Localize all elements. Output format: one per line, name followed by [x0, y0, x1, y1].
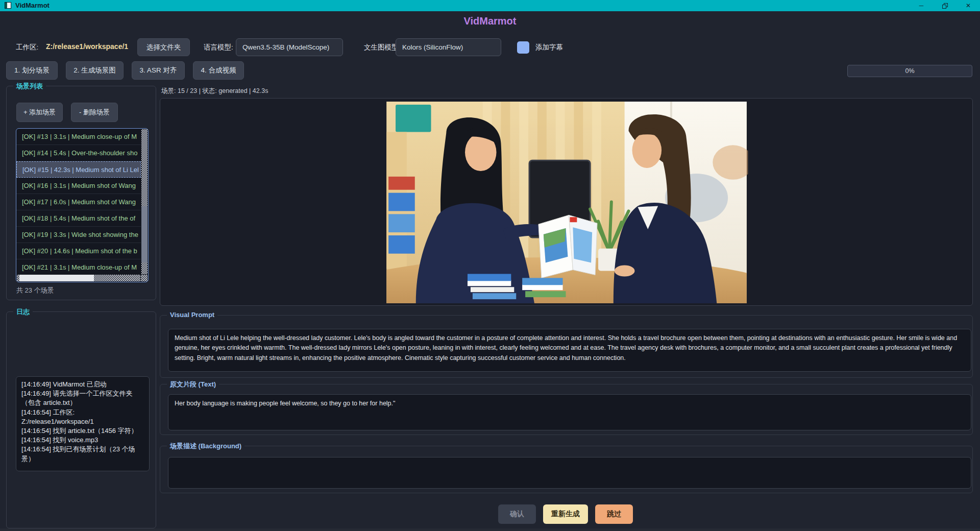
scene-list-horizontal-scrollbar[interactable]: [17, 275, 140, 281]
scene-item-label: [OK] #21 | 3.1s | Medium close-up of M: [22, 263, 137, 271]
scene-item-label: [OK] #15 | 42.3s | Medium shot of Li Lel: [22, 166, 139, 174]
page-title: VidMarmot: [0, 15, 980, 27]
log-output[interactable]: [14:16:49] VidMarmot 已启动 [14:16:49] 请先选择…: [16, 376, 150, 471]
scene-item-label: [OK] #20 | 14.6s | Medium shot of the b: [22, 247, 137, 255]
workspace-label: 工作区:: [16, 43, 38, 52]
scene-list-item[interactable]: [OK] #13 | 3.1s | Medium close-up of M: [16, 129, 141, 145]
delete-scene-button[interactable]: - 删除场景: [71, 103, 118, 122]
scene-list-item[interactable]: [OK] #14 | 5.4s | Over-the-shoulder sho: [16, 145, 141, 161]
scene-status: 场景: 15 / 23 | 状态: generated | 42.3s: [161, 87, 268, 95]
scene-image-frame: [160, 98, 973, 306]
step-asr-align-button[interactable]: 3. ASR 对齐: [132, 61, 185, 80]
scene-image: [385, 102, 748, 303]
visual-prompt-title: Visual Prompt: [167, 311, 217, 319]
workspace-path: Z:/release1/workspace/1: [46, 42, 128, 51]
background-input[interactable]: [168, 457, 971, 489]
scene-list-item[interactable]: [OK] #20 | 14.6s | Medium shot of the b: [16, 243, 141, 259]
scene-list-title: 场景列表: [13, 82, 46, 91]
close-icon: ✕: [966, 2, 971, 9]
log-panel: 日志 [14:16:49] VidMarmot 已启动 [14:16:49] 请…: [6, 311, 156, 528]
app-icon: [5, 2, 11, 9]
confirm-button[interactable]: 确认: [498, 504, 536, 524]
restore-button[interactable]: [933, 0, 957, 11]
scene-list-item[interactable]: [OK] #18 | 5.4s | Medium shot of the of: [16, 210, 141, 227]
vertical-scrollbar-thumb[interactable]: [141, 206, 148, 263]
add-subtitle-label: 添加字幕: [535, 43, 563, 52]
close-button[interactable]: ✕: [957, 0, 980, 11]
scrollbar-corner: [141, 275, 148, 281]
minimize-icon: ─: [919, 2, 924, 9]
scene-list-item[interactable]: [OK] #17 | 6.0s | Medium shot of Wang: [16, 194, 141, 210]
progress-bar: 0%: [847, 65, 972, 77]
scene-item-label: [OK] #18 | 5.4s | Medium shot of the of: [22, 214, 135, 222]
restore-icon: [942, 3, 948, 9]
choose-folder-button[interactable]: 选择文件夹: [137, 38, 190, 56]
window-controls: ─ ✕: [910, 0, 980, 11]
scene-item-label: [OK] #16 | 3.1s | Medium shot of Wang: [22, 182, 136, 189]
t2i-label: 文生图模型:: [364, 43, 400, 52]
llm-select[interactable]: Qwen3.5-35B (ModelScope): [236, 38, 343, 56]
bottom-strip: [0, 528, 980, 531]
scene-list-vertical-scrollbar[interactable]: [141, 129, 148, 274]
minimize-button[interactable]: ─: [910, 0, 933, 11]
scene-item-label: [OK] #14 | 5.4s | Over-the-shoulder sho: [22, 149, 137, 157]
window-title: VidMarmot: [15, 0, 50, 11]
scene-list-item[interactable]: [OK] #19 | 3.3s | Wide shot showing the: [16, 227, 141, 243]
app-window: VidMarmot ─ ✕ VidMarmot 工作区: Z:/release1…: [0, 0, 980, 531]
llm-label: 语言模型:: [204, 43, 233, 52]
visual-prompt-panel: Visual Prompt Medium shot of Li Lele hel…: [160, 315, 973, 378]
source-text-panel: 原文片段 (Text) Her body language is making …: [160, 384, 973, 435]
add-scene-button[interactable]: + 添加场景: [16, 103, 63, 122]
scene-list-item[interactable]: [OK] #21 | 3.1s | Medium close-up of M: [16, 259, 141, 275]
horizontal-scrollbar-thumb[interactable]: [19, 275, 94, 281]
scene-item-label: [OK] #13 | 3.1s | Medium close-up of M: [22, 133, 137, 140]
scene-list-panel: 场景列表 + 添加场景 - 删除场景 [OK] #13 | 3.1s | Med…: [6, 86, 156, 300]
source-text-title: 原文片段 (Text): [167, 380, 219, 389]
step-generate-images-button[interactable]: 2. 生成场景图: [66, 61, 124, 80]
background-panel: 场景描述 (Background): [160, 446, 973, 493]
titlebar: VidMarmot ─ ✕: [0, 0, 980, 11]
scene-list-item[interactable]: [OK] #15 | 42.3s | Medium shot of Li Lel: [16, 161, 141, 178]
visual-prompt-input[interactable]: Medium shot of Li Lele helping the well-…: [168, 329, 971, 372]
log-title: 日志: [13, 307, 33, 317]
scene-item-label: [OK] #17 | 6.0s | Medium shot of Wang: [22, 198, 136, 206]
scene-list-item[interactable]: [OK] #16 | 3.1s | Medium shot of Wang: [16, 178, 141, 194]
scene-count: 共 23 个场景: [16, 286, 54, 295]
scene-item-label: [OK] #19 | 3.3s | Wide shot showing the: [22, 231, 138, 238]
source-text-input[interactable]: Her body language is making people feel …: [168, 394, 971, 430]
background-title: 场景描述 (Background): [167, 442, 244, 451]
step-split-scenes-button[interactable]: 1. 划分场景: [6, 61, 58, 80]
add-subtitle-checkbox[interactable]: [517, 41, 529, 54]
step-compose-video-button[interactable]: 4. 合成视频: [193, 61, 244, 80]
regenerate-button[interactable]: 重新生成: [543, 504, 588, 524]
skip-button[interactable]: 跳过: [595, 504, 633, 524]
scene-list: [OK] #13 | 3.1s | Medium close-up of M […: [16, 129, 141, 275]
t2i-select[interactable]: Kolors (SiliconFlow): [396, 38, 501, 56]
scene-listbox: [OK] #13 | 3.1s | Medium close-up of M […: [16, 128, 149, 282]
